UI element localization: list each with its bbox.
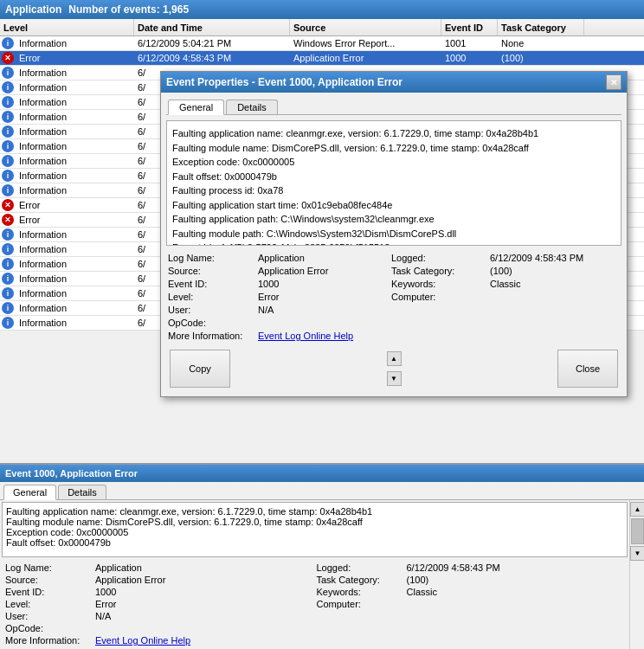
modal-value-level: Error	[258, 292, 388, 302]
modal-text-8: Faulting module path: C:\Windows\System3…	[172, 227, 615, 241]
copy-button[interactable]: Copy	[170, 350, 230, 388]
modal-value-taskcategory: (100)	[490, 266, 620, 276]
modal-value-logged: 6/12/2009 4:58:43 PM	[490, 253, 620, 263]
modal-text-box: Faulting application name: cleanmgr.exe,…	[166, 120, 621, 246]
modal-dialog: Event Properties - Event 1000, Applicati…	[160, 71, 628, 397]
modal-label-user: User:	[168, 305, 254, 315]
modal-title-bar: Event Properties - Event 1000, Applicati…	[161, 72, 627, 93]
modal-scroll-down-btn[interactable]: ▼	[387, 371, 402, 386]
modal-text-2: Faulting module name: DismCorePS.dll, ve…	[172, 141, 615, 156]
modal-scroll-up-btn[interactable]: ▲	[387, 351, 402, 366]
modal-text-6: Faulting application start time: 0x01c9e…	[172, 198, 615, 213]
modal-text-5: Faulting process id: 0xa78	[172, 183, 615, 198]
modal-label-taskcategory: Task Category:	[391, 266, 486, 276]
modal-label-moreinfo: More Information:	[168, 331, 254, 341]
modal-link-moreinfo[interactable]: Event Log Online Help	[258, 331, 388, 341]
modal-text-3: Exception code: 0xc0000005	[172, 155, 615, 170]
modal-label-opcode: OpCode:	[168, 318, 254, 328]
modal-value-eventid: 1000	[258, 279, 388, 289]
modal-value-user: N/A	[258, 305, 388, 315]
modal-text-9: Report Id: cfc1f5b8-5793-11de-8885-0050b…	[172, 241, 615, 246]
modal-value-source: Application Error	[258, 266, 388, 276]
modal-text-1: Faulting application name: cleanmgr.exe,…	[172, 126, 615, 141]
modal-value-logname: Application	[258, 253, 388, 263]
modal-value-computer	[490, 292, 620, 302]
modal-overlay: Event Properties - Event 1000, Applicati…	[0, 0, 644, 649]
modal-label-source: Source:	[168, 266, 254, 276]
close-button[interactable]: Close	[557, 350, 618, 388]
modal-text-4: Fault offset: 0x0000479b	[172, 170, 615, 184]
modal-tab-details[interactable]: Details	[226, 100, 278, 114]
modal-label-level: Level:	[168, 292, 254, 302]
modal-buttons: Copy ▲ ▼ Close	[166, 344, 621, 391]
modal-label-logname: Log Name:	[168, 253, 254, 263]
modal-label-eventid: Event ID:	[168, 279, 254, 289]
modal-tab-general[interactable]: General	[168, 100, 224, 115]
modal-title: Event Properties - Event 1000, Applicati…	[166, 76, 402, 88]
modal-label-computer: Computer:	[391, 292, 486, 302]
modal-close-btn[interactable]: ✕	[606, 74, 621, 90]
modal-value-keywords: Classic	[490, 279, 620, 289]
modal-tab-bar: General Details	[166, 98, 621, 115]
modal-detail-grid: Log Name: Application Logged: 6/12/2009 …	[166, 253, 621, 341]
modal-label-keywords: Keywords:	[391, 279, 486, 289]
modal-text-7: Faulting application path: C:\Windows\sy…	[172, 212, 615, 227]
modal-label-logged: Logged:	[391, 253, 486, 263]
modal-body: General Details Faulting application nam…	[161, 93, 627, 396]
